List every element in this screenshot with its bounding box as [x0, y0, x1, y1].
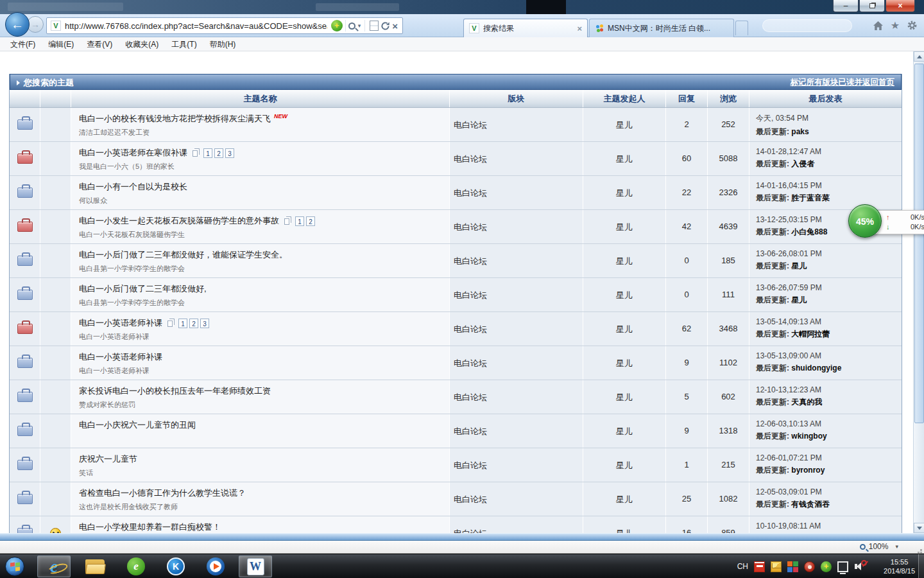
forum-link[interactable]: 电白论坛: [454, 154, 487, 164]
last-updater-link[interactable]: paks: [791, 127, 809, 136]
page-number-link[interactable]: 2: [306, 216, 315, 226]
topic-title-link[interactable]: 电白一小有一个自以为是校长: [79, 181, 187, 193]
starter-link[interactable]: 星儿: [616, 460, 633, 470]
page-number-link[interactable]: 2: [214, 148, 223, 158]
close-button[interactable]: ×: [886, 0, 915, 12]
topic-title-link[interactable]: 家长投诉电白一小的校长扣压去年一年老师绩效工资: [79, 385, 271, 397]
tab-close-icon[interactable]: ×: [577, 24, 582, 33]
menu-item[interactable]: 文件(F): [4, 37, 42, 51]
back-button[interactable]: ←: [5, 12, 30, 37]
compatibility-view-icon[interactable]: [370, 21, 379, 31]
tray-app-icon-3[interactable]: [804, 561, 815, 572]
forum-link[interactable]: 电白论坛: [454, 460, 487, 470]
network-icon[interactable]: [837, 561, 848, 572]
forum-link[interactable]: 电白论坛: [454, 495, 487, 504]
mark-read-link[interactable]: 标记所有版块已读并返回首页: [791, 74, 895, 91]
taskbar-word-icon[interactable]: W: [239, 556, 272, 577]
starter-link[interactable]: 星儿: [616, 358, 633, 368]
last-updater-link[interactable]: 星儿: [791, 295, 807, 304]
taskbar-360browser-icon[interactable]: e: [119, 556, 153, 577]
forum-link[interactable]: 电白论坛: [454, 120, 487, 130]
starter-link[interactable]: 星儿: [616, 120, 633, 130]
favorites-star-icon[interactable]: ★: [891, 21, 900, 31]
starter-link[interactable]: 星儿: [616, 529, 633, 533]
settings-gear-icon[interactable]: [907, 20, 918, 31]
safety-shield-icon[interactable]: +: [331, 20, 343, 31]
starter-link[interactable]: 星儿: [616, 154, 633, 164]
last-updater-link[interactable]: 胜于蓝音菜: [791, 193, 830, 202]
taskbar-kugou-icon[interactable]: K: [159, 556, 193, 577]
last-updater-link[interactable]: wkingboy: [791, 432, 826, 441]
forum-link[interactable]: 电白论坛: [454, 358, 487, 368]
scrollbar-thumb[interactable]: [914, 64, 924, 423]
starter-link[interactable]: 星儿: [616, 392, 633, 402]
scroll-up-button[interactable]: [914, 51, 924, 62]
forum-link[interactable]: 电白论坛: [454, 290, 487, 300]
show-desktop-button[interactable]: [918, 554, 924, 578]
forum-link[interactable]: 电白论坛: [454, 188, 487, 198]
taskbar-clock[interactable]: 15:55 2014/8/15: [884, 557, 915, 575]
volume-muted-icon[interactable]: [854, 561, 865, 572]
forum-link[interactable]: 电白论坛: [454, 392, 487, 402]
minimize-button[interactable]: –: [833, 0, 859, 12]
stop-icon[interactable]: ×: [392, 21, 398, 31]
last-updater-link[interactable]: shuidongyige: [791, 363, 841, 372]
menu-item[interactable]: 查看(V): [80, 37, 119, 51]
forum-link[interactable]: 电白论坛: [454, 222, 487, 232]
page-number-link[interactable]: 1: [203, 148, 212, 158]
menu-item[interactable]: 编辑(E): [42, 37, 80, 51]
scroll-down-button[interactable]: [914, 523, 924, 533]
home-icon[interactable]: [873, 21, 884, 31]
page-number-link[interactable]: 3: [200, 319, 209, 328]
forum-link[interactable]: 电白论坛: [454, 426, 487, 436]
tray-security-shield-icon[interactable]: +: [821, 561, 832, 572]
search-dropdown-caret[interactable]: ▾: [358, 22, 361, 29]
url-text[interactable]: http://www.76768.cc/index.php?act=Search…: [65, 21, 327, 31]
last-updater-link[interactable]: 天真的我: [791, 398, 822, 407]
menu-item[interactable]: 收藏夹(A): [119, 37, 165, 51]
new-tab-button[interactable]: [735, 21, 748, 35]
taskbar-player-icon[interactable]: [199, 556, 232, 577]
search-icon[interactable]: [348, 22, 355, 30]
topic-title-link[interactable]: 电白一小英语老师补课: [79, 317, 162, 329]
starter-link[interactable]: 星儿: [616, 256, 633, 266]
topic-title-link[interactable]: 电白一小后门做了二三年都没做好,: [79, 283, 207, 295]
zoom-dropdown-caret[interactable]: ▾: [895, 543, 898, 550]
last-updater-link[interactable]: byronroy: [791, 466, 825, 475]
tray-mail-icon[interactable]: [771, 561, 782, 572]
starter-link[interactable]: 星儿: [616, 324, 633, 334]
last-updater-link[interactable]: 入侵者: [791, 159, 814, 168]
starter-link[interactable]: 星儿: [616, 188, 633, 198]
browser-tab[interactable]: V搜索结果×: [463, 19, 588, 37]
vertical-scrollbar[interactable]: [913, 51, 924, 533]
last-updater-link[interactable]: 有钱贪酒吞: [791, 500, 830, 509]
topic-title-link[interactable]: 电白一小的校长有钱没地方花把学校拆得灰尘满天飞: [79, 113, 271, 125]
taskbar-ie-icon[interactable]: e: [37, 556, 71, 577]
starter-link[interactable]: 星儿: [616, 426, 633, 436]
page-number-link[interactable]: 3: [225, 148, 234, 158]
forum-link[interactable]: 电白论坛: [454, 256, 487, 266]
zoom-control[interactable]: 100% ▾: [856, 541, 902, 552]
page-number-link[interactable]: 1: [178, 319, 187, 328]
topic-title-link[interactable]: 电白一小英语老师补课: [79, 351, 162, 363]
last-updater-link[interactable]: 星儿: [791, 261, 807, 270]
refresh-icon[interactable]: [381, 21, 390, 31]
topic-title-link[interactable]: 电白一小后门做了二三年都没做好，谁能保证学生安全。: [79, 249, 287, 261]
page-number-link[interactable]: 2: [189, 319, 198, 328]
menu-item[interactable]: 帮助(H): [203, 37, 243, 51]
topic-title-link[interactable]: 电白一小发生一起天花板石灰脱落砸伤学生的意外事故: [79, 215, 279, 227]
starter-link[interactable]: 星儿: [616, 290, 633, 300]
download-widget[interactable]: ↑0K/s ↓0K/s 45%: [848, 204, 920, 239]
tray-app-icon-2[interactable]: [787, 561, 798, 572]
topic-title-link[interactable]: 电白一小学校里却养着一群白痴校警！: [79, 521, 221, 533]
forum-link[interactable]: 电白论坛: [454, 529, 487, 533]
start-button[interactable]: [5, 557, 24, 576]
forum-link[interactable]: 电白论坛: [454, 324, 487, 334]
tray-app-icon-1[interactable]: [754, 561, 765, 572]
last-updater-link[interactable]: 大帽阿拉蕾: [791, 329, 830, 338]
starter-link[interactable]: 星儿: [616, 495, 633, 504]
starter-link[interactable]: 星儿: [616, 222, 633, 232]
last-updater-link[interactable]: 小白兔888: [791, 227, 827, 236]
language-indicator[interactable]: CH: [737, 562, 748, 571]
page-number-link[interactable]: 1: [295, 216, 304, 226]
